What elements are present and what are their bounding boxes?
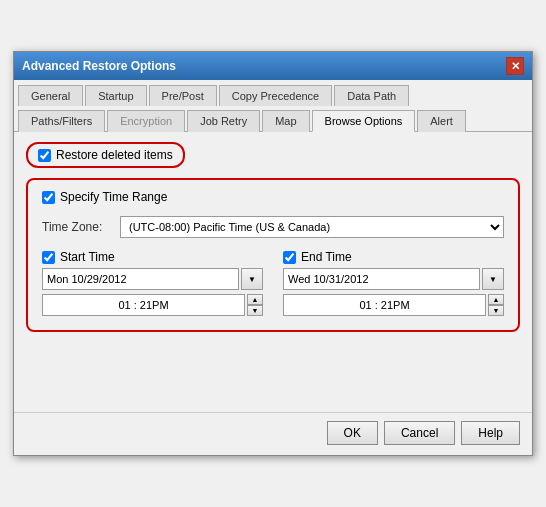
content-area: Restore deleted items Specify Time Range…	[14, 132, 532, 412]
start-time-down-button[interactable]: ▼	[247, 305, 263, 316]
tab-general[interactable]: General	[18, 85, 83, 106]
dialog: Advanced Restore Options ✕ General Start…	[13, 51, 533, 456]
timezone-select[interactable]: (UTC-08:00) Pacific Time (US & Canada)	[120, 216, 504, 238]
end-time-down-button[interactable]: ▼	[488, 305, 504, 316]
end-time-label[interactable]: End Time	[301, 250, 352, 264]
time-range-box: Specify Time Range Time Zone: (UTC-08:00…	[26, 178, 520, 332]
times-row: Start Time ▼ ▲ ▼	[42, 250, 504, 316]
help-button[interactable]: Help	[461, 421, 520, 445]
end-time-input[interactable]	[283, 294, 486, 316]
tab-job-retry[interactable]: Job Retry	[187, 110, 260, 132]
end-date-row: ▼	[283, 268, 504, 290]
empty-area	[26, 342, 520, 402]
tabs-container: General Startup Pre/Post Copy Precedence…	[14, 80, 532, 106]
start-time-col: Start Time ▼ ▲ ▼	[42, 250, 263, 316]
dialog-title: Advanced Restore Options	[22, 59, 176, 73]
start-time-input[interactable]	[42, 294, 245, 316]
start-time-up-button[interactable]: ▲	[247, 294, 263, 305]
restore-deleted-label[interactable]: Restore deleted items	[56, 148, 173, 162]
tabs-row2: Paths/Filters Encryption Job Retry Map B…	[14, 105, 532, 132]
cancel-button[interactable]: Cancel	[384, 421, 455, 445]
start-time-label[interactable]: Start Time	[60, 250, 115, 264]
footer: OK Cancel Help	[14, 412, 532, 455]
end-time-spinner: ▲ ▼	[488, 294, 504, 316]
ok-button[interactable]: OK	[327, 421, 378, 445]
start-time-input-row: ▲ ▼	[42, 294, 263, 316]
end-time-input-row: ▲ ▼	[283, 294, 504, 316]
start-date-input[interactable]	[42, 268, 239, 290]
start-date-row: ▼	[42, 268, 263, 290]
start-time-header: Start Time	[42, 250, 263, 264]
timezone-label: Time Zone:	[42, 220, 112, 234]
specify-time-range-row: Specify Time Range	[42, 190, 504, 204]
start-time-checkbox[interactable]	[42, 251, 55, 264]
start-date-dropdown-button[interactable]: ▼	[241, 268, 263, 290]
tab-copy-precedence[interactable]: Copy Precedence	[219, 85, 332, 106]
timezone-row: Time Zone: (UTC-08:00) Pacific Time (US …	[42, 216, 504, 238]
end-time-up-button[interactable]: ▲	[488, 294, 504, 305]
end-date-dropdown-button[interactable]: ▼	[482, 268, 504, 290]
tab-encryption[interactable]: Encryption	[107, 110, 185, 132]
tab-alert[interactable]: Alert	[417, 110, 466, 132]
end-time-header: End Time	[283, 250, 504, 264]
restore-deleted-checkbox[interactable]	[38, 149, 51, 162]
title-bar: Advanced Restore Options ✕	[14, 52, 532, 80]
end-time-col: End Time ▼ ▲ ▼	[283, 250, 504, 316]
tab-data-path[interactable]: Data Path	[334, 85, 409, 106]
specify-time-label[interactable]: Specify Time Range	[60, 190, 167, 204]
restore-deleted-container: Restore deleted items	[26, 142, 185, 168]
tab-startup[interactable]: Startup	[85, 85, 146, 106]
specify-time-checkbox[interactable]	[42, 191, 55, 204]
close-button[interactable]: ✕	[506, 57, 524, 75]
tab-map[interactable]: Map	[262, 110, 309, 132]
tab-paths-filters[interactable]: Paths/Filters	[18, 110, 105, 132]
tab-browse-options[interactable]: Browse Options	[312, 110, 416, 132]
end-date-input[interactable]	[283, 268, 480, 290]
end-time-checkbox[interactable]	[283, 251, 296, 264]
start-time-spinner: ▲ ▼	[247, 294, 263, 316]
tab-pre-post[interactable]: Pre/Post	[149, 85, 217, 106]
